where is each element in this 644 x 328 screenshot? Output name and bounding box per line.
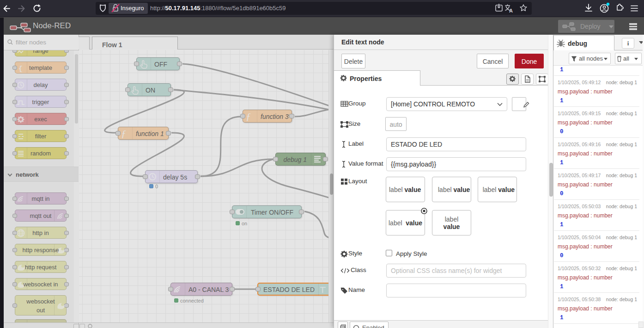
svg-text:A: A (509, 8, 513, 13)
